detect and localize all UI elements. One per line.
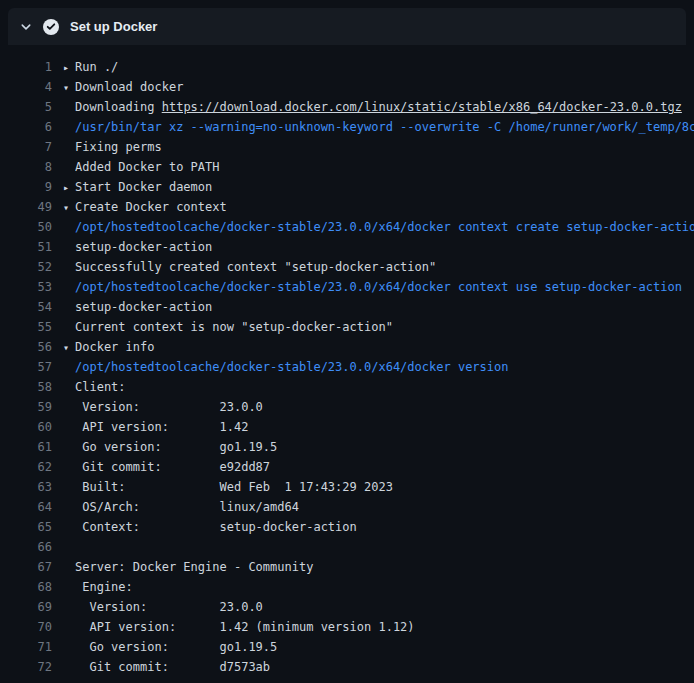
log-segment: setup-docker-action [75,240,212,254]
log-segment: Successfully created context "setup-dock… [75,260,436,274]
line-number[interactable]: 7 [0,137,52,157]
step-header[interactable]: Set up Docker [8,8,686,45]
line-number[interactable]: 54 [0,297,52,317]
log-text: Downloading https://download.docker.com/… [75,97,694,117]
log-text: Added Docker to PATH [75,157,694,177]
log-line: 67Server: Docker Engine - Community [0,557,694,577]
log-segment: Version: 23.0.0 [75,600,263,614]
group-expanded-icon[interactable]: ▾ [63,198,75,218]
log-group-line[interactable]: 49▾Create Docker context [0,197,694,217]
line-number[interactable]: 51 [0,237,52,257]
log-segment: Downloading [75,100,162,114]
log-text: Start Docker daemon [75,177,694,197]
log-segment: Fixing perms [75,140,162,154]
log-link[interactable]: https://download.docker.com/linux/static… [162,100,682,114]
group-expanded-icon[interactable]: ▾ [63,338,75,358]
log-text: Go version: go1.19.5 [75,637,694,657]
line-number[interactable]: 56 [0,337,52,357]
log-line: 61 Go version: go1.19.5 [0,437,694,457]
line-number[interactable]: 58 [0,377,52,397]
line-number[interactable]: 57 [0,357,52,377]
log-segment: API version: 1.42 (minimum version 1.12) [75,620,415,634]
line-number[interactable]: 4 [0,77,52,97]
log-area: 1▸Run ./4▾Download docker5Downloading ht… [0,45,694,677]
log-group-line[interactable]: 9▸Start Docker daemon [0,177,694,197]
log-segment: Built: Wed Feb 1 17:43:29 2023 [75,480,393,494]
log-segment: Start Docker daemon [75,180,212,194]
line-number[interactable]: 53 [0,277,52,297]
log-text: Git commit: d7573ab [75,657,694,677]
line-number[interactable]: 66 [0,537,52,557]
log-text: Built: Wed Feb 1 17:43:29 2023 [75,477,694,497]
log-text: Version: 23.0.0 [75,397,694,417]
line-number[interactable]: 63 [0,477,52,497]
log-text: Fixing perms [75,137,694,157]
log-command-text: /opt/hostedtoolcache/docker-stable/23.0.… [75,280,682,294]
group-collapsed-icon[interactable]: ▸ [63,178,75,198]
line-number[interactable]: 62 [0,457,52,477]
log-text: Create Docker context [75,197,694,217]
success-check-icon [43,19,59,35]
line-number[interactable]: 6 [0,117,52,137]
line-number[interactable]: 59 [0,397,52,417]
line-number[interactable]: 65 [0,517,52,537]
log-text: Git commit: e92dd87 [75,457,694,477]
log-command-text: /usr/bin/tar xz --warning=no-unknown-key… [75,120,694,134]
line-number[interactable]: 72 [0,657,52,677]
line-number[interactable]: 52 [0,257,52,277]
log-segment: Run ./ [75,60,118,74]
line-number[interactable]: 49 [0,197,52,217]
log-text: Context: setup-docker-action [75,517,694,537]
log-line: 66 [0,537,694,557]
log-line: 60 API version: 1.42 [0,417,694,437]
line-number[interactable]: 68 [0,577,52,597]
log-segment: Create Docker context [75,200,227,214]
line-number[interactable]: 1 [0,57,52,77]
line-number[interactable]: 70 [0,617,52,637]
log-line: 7Fixing perms [0,137,694,157]
log-segment: Go version: go1.19.5 [75,640,277,654]
log-segment: Git commit: d7573ab [75,660,270,674]
log-segment: Context: setup-docker-action [75,520,357,534]
log-text: setup-docker-action [75,297,694,317]
log-text: setup-docker-action [75,237,694,257]
line-number[interactable]: 64 [0,497,52,517]
line-number[interactable]: 67 [0,557,52,577]
log-line: 68 Engine: [0,577,694,597]
group-collapsed-icon[interactable]: ▸ [63,58,75,78]
log-group-line[interactable]: 56▾Docker info [0,337,694,357]
log-line: 71 Go version: go1.19.5 [0,637,694,657]
log-segment: Server: Docker Engine - Community [75,560,313,574]
line-number[interactable]: 8 [0,157,52,177]
log-text: Version: 23.0.0 [75,597,694,617]
log-segment: Version: 23.0.0 [75,400,263,414]
log-line: 8Added Docker to PATH [0,157,694,177]
line-number[interactable]: 50 [0,217,52,237]
log-line: 51setup-docker-action [0,237,694,257]
line-number[interactable]: 71 [0,637,52,657]
line-number[interactable]: 60 [0,417,52,437]
log-segment: Current context is now "setup-docker-act… [75,320,393,334]
chevron-down-icon[interactable] [20,21,32,33]
line-number[interactable]: 9 [0,177,52,197]
log-text: Go version: go1.19.5 [75,437,694,457]
log-line: 70 API version: 1.42 (minimum version 1.… [0,617,694,637]
log-command-text: /opt/hostedtoolcache/docker-stable/23.0.… [75,360,508,374]
group-expanded-icon[interactable]: ▾ [63,78,75,98]
log-group-line[interactable]: 4▾Download docker [0,77,694,97]
line-number[interactable]: 55 [0,317,52,337]
log-text: Successfully created context "setup-dock… [75,257,694,277]
log-line: 63 Built: Wed Feb 1 17:43:29 2023 [0,477,694,497]
line-number[interactable]: 69 [0,597,52,617]
log-text: API version: 1.42 [75,417,694,437]
log-text: Server: Docker Engine - Community [75,557,694,577]
log-group-line[interactable]: 1▸Run ./ [0,57,694,77]
log-line: 64 OS/Arch: linux/amd64 [0,497,694,517]
log-line: 69 Version: 23.0.0 [0,597,694,617]
log-text: Client: [75,377,694,397]
line-number[interactable]: 5 [0,97,52,117]
log-line: 55Current context is now "setup-docker-a… [0,317,694,337]
log-segment: API version: 1.42 [75,420,248,434]
log-line: 65 Context: setup-docker-action [0,517,694,537]
line-number[interactable]: 61 [0,437,52,457]
